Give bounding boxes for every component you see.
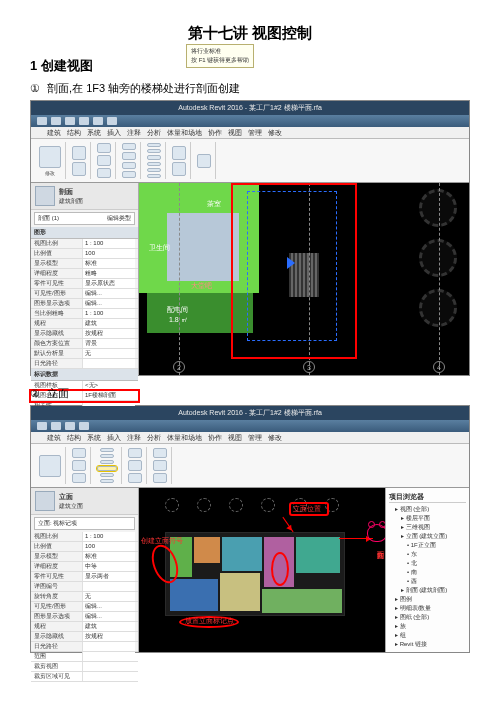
property-row[interactable]: 显示模型标准 [31,552,138,562]
property-row[interactable]: 比例值100 [31,542,138,552]
instance-selector[interactable]: 剖面 (1) 编辑类型 [34,212,135,225]
property-value[interactable]: 显示两者 [82,572,135,581]
property-row[interactable]: 图形显示选项编辑... [31,612,138,622]
plan-icon[interactable] [100,473,114,477]
property-row[interactable]: 详细程度粗略 [31,269,138,279]
property-value[interactable]: 无 [82,349,135,358]
property-row[interactable]: 显示模型标准 [31,259,138,269]
property-row[interactable]: 颜色方案位置背景 [31,339,138,349]
property-row[interactable]: 当比例粗略1 : 100 [31,309,138,319]
measure-icon[interactable] [197,154,211,168]
property-row[interactable]: 裁剪区域可见 [31,672,138,682]
3dview-icon[interactable] [100,448,114,452]
qat-measure-icon[interactable] [107,117,117,125]
modify-tool-icon[interactable] [39,146,61,168]
property-row[interactable]: 范围 [31,652,138,662]
property-value[interactable]: 显示原状态 [82,279,135,288]
property-row[interactable]: 可见性/图形编辑... [31,289,138,299]
rotate-icon[interactable] [147,155,161,159]
filter-icon[interactable] [72,162,86,176]
browser-item[interactable]: ▸ 图例 [389,595,466,604]
elevation-icon[interactable] [97,466,117,471]
property-value[interactable]: 建筑 [82,622,135,631]
revise-icon[interactable] [128,473,142,483]
copy-icon[interactable] [97,168,111,178]
visibility-icon[interactable] [72,448,86,458]
browser-item[interactable]: ▸ 三维视图 [389,523,466,532]
close-icon[interactable] [153,460,167,470]
browser-item[interactable]: ▸ Revit 链接 [389,640,466,649]
sheet-icon[interactable] [128,448,142,458]
ribbon-tab[interactable]: 管理 [248,128,262,138]
property-value[interactable]: 中等 [82,562,135,571]
ribbon-tab[interactable]: 结构 [67,128,81,138]
qat-redo-icon[interactable] [65,422,75,430]
paste-icon[interactable] [97,143,111,153]
property-row[interactable]: 零件可见性显示两者 [31,572,138,582]
trim-icon[interactable] [122,152,136,159]
callout-icon[interactable] [172,162,186,176]
qat-undo-icon[interactable] [51,422,61,430]
browser-tree[interactable]: ▸ 视图 (全部)▸ 楼层平面▸ 三维视图▸ 立面 (建筑立面)• 1F正立面•… [389,505,466,649]
ribbon-tab[interactable]: 插入 [107,433,121,443]
ribbon-tab[interactable]: 注释 [127,433,141,443]
align-icon[interactable] [122,162,136,169]
ribbon-tab[interactable]: 修改 [268,128,282,138]
render-icon[interactable] [72,473,86,483]
ribbon-tab[interactable]: 协作 [208,433,222,443]
modify-tool-icon[interactable] [39,455,61,477]
tile-icon[interactable] [153,473,167,483]
property-value[interactable] [82,642,135,651]
cut-icon[interactable] [97,155,111,165]
property-row[interactable]: 日光路径 [31,642,138,652]
property-row[interactable]: 默认分析显无 [31,349,138,359]
browser-item[interactable]: ▸ 族 [389,622,466,631]
browser-item[interactable]: • 1F正立面 [389,541,466,550]
thinlines-icon[interactable] [72,460,86,470]
ribbon-tab[interactable]: 修改 [268,433,282,443]
ribbon-tab[interactable]: 视图 [228,433,242,443]
ribbon-tab[interactable]: 协作 [208,128,222,138]
property-row[interactable]: 旋转角度无 [31,592,138,602]
browser-item[interactable]: ▸ 楼层平面 [389,514,466,523]
project-browser[interactable]: 项目浏览器 ▸ 视图 (全部)▸ 楼层平面▸ 三维视图▸ 立面 (建筑立面)• … [385,488,469,652]
browser-item[interactable]: • 北 [389,559,466,568]
property-value[interactable]: 编辑... [82,602,135,611]
property-value[interactable] [82,652,135,661]
property-value[interactable]: 建筑 [82,319,135,328]
ribbon-tab[interactable]: 建筑 [47,433,61,443]
title-icon[interactable] [128,460,142,470]
move-icon[interactable] [147,143,161,147]
ribbon-tab[interactable]: 分析 [147,433,161,443]
array-icon[interactable] [147,168,161,172]
qat-open-icon[interactable] [79,422,89,430]
ribbon-tab[interactable]: 系统 [87,128,101,138]
qat-save-icon[interactable] [37,422,47,430]
property-value[interactable]: 100 [82,249,135,258]
ribbon-tab[interactable]: 分析 [147,128,161,138]
properties-panel[interactable]: 剖面 建筑剖面 剖面 (1) 编辑类型 图形 视图比例1 : 100比例值100… [31,183,139,375]
property-row[interactable]: 规程建筑 [31,319,138,329]
drafting-icon[interactable] [100,479,114,483]
property-value[interactable] [82,672,135,681]
ribbon-tab[interactable]: 注释 [127,128,141,138]
browser-item[interactable]: ▸ 明细表/数量 [389,604,466,613]
quick-access-toolbar[interactable] [31,115,469,127]
callout-icon[interactable] [100,460,114,464]
qat-sync-icon[interactable] [93,117,103,125]
section-icon[interactable] [100,454,114,458]
property-value[interactable]: 粗略 [82,269,135,278]
qat-redo-icon[interactable] [65,117,75,125]
property-row[interactable]: 裁剪视图 [31,662,138,672]
instance-selector[interactable]: 立面: 视标记项 [34,517,135,530]
scale-icon[interactable] [147,174,161,178]
property-value[interactable]: 按规程 [82,329,135,338]
offset-icon[interactable] [122,171,136,178]
property-value[interactable]: 1 : 100 [82,239,135,248]
ribbon-tab[interactable]: 系统 [87,433,101,443]
copy2-icon[interactable] [147,149,161,153]
ribbon-tab[interactable]: 插入 [107,128,121,138]
join-icon[interactable] [122,143,136,150]
property-value[interactable] [82,662,135,671]
property-value[interactable]: 无 [82,592,135,601]
